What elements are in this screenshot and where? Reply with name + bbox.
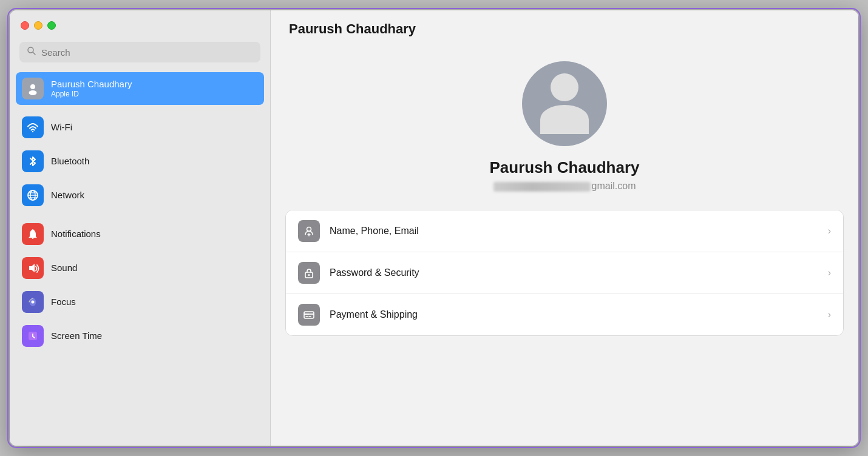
search-icon (27, 46, 36, 58)
sidebar-item-wifi[interactable]: Wi-Fi (16, 111, 264, 144)
sidebar-item-bluetooth[interactable]: Bluetooth (16, 145, 264, 178)
sidebar-item-notifications[interactable]: Notifications (16, 218, 264, 250)
profile-name: Paurush Chaudhary (51, 79, 132, 90)
minimize-button[interactable] (34, 21, 42, 30)
sidebar-bluetooth-label: Bluetooth (51, 156, 89, 167)
sidebar-item-focus[interactable]: Focus (16, 286, 264, 318)
settings-row-password-security[interactable]: Password & Security › (286, 252, 843, 294)
main-content: Paurush Chaudhary Paurush Chaudhary gmai… (271, 10, 858, 446)
sidebar: Paurush Chaudhary Apple ID Wi-Fi (10, 10, 271, 446)
sidebar-wifi-label: Wi-Fi (51, 122, 72, 133)
svg-line-1 (33, 52, 35, 55)
settings-list: Name, Phone, Email › Password & Security… (285, 210, 844, 336)
chevron-payment-shipping: › (828, 309, 831, 320)
email-suffix: gmail.com (592, 181, 636, 191)
sidebar-item-network[interactable]: Network (16, 179, 264, 212)
sidebar-sound-label: Sound (51, 263, 77, 273)
search-input[interactable] (41, 47, 253, 58)
settings-row-payment-shipping[interactable]: Payment & Shipping › (286, 294, 843, 335)
close-button[interactable] (21, 21, 29, 30)
page-title: Paurush Chaudhary (289, 21, 416, 36)
password-security-label: Password & Security (330, 267, 828, 278)
avatar-person (540, 73, 589, 134)
profile-sublabel: Apple ID (51, 90, 132, 98)
svg-point-17 (308, 274, 310, 276)
sound-icon (22, 257, 44, 279)
sidebar-screentime-label: Screen Time (51, 330, 102, 341)
svg-point-2 (30, 84, 35, 89)
sidebar-item-sound[interactable]: Sound (16, 252, 264, 284)
sidebar-network-label: Network (51, 190, 84, 201)
name-phone-email-label: Name, Phone, Email (330, 226, 828, 236)
svg-marker-10 (29, 264, 35, 272)
svg-point-3 (29, 90, 37, 95)
payment-shipping-label: Payment & Shipping (330, 309, 828, 320)
traffic-lights (10, 10, 270, 37)
sidebar-focus-label: Focus (51, 297, 76, 307)
profile-email: gmail.com (493, 181, 636, 192)
sidebar-item-profile[interactable]: Paurush Chaudhary Apple ID (16, 72, 264, 105)
payment-shipping-icon (298, 304, 320, 326)
profile-avatar-icon (22, 78, 44, 99)
email-blur (493, 182, 591, 192)
avatar-body (540, 105, 589, 134)
svg-rect-18 (304, 312, 314, 318)
wifi-icon (22, 116, 44, 138)
profile-section: Paurush Chaudhary gmail.com (489, 61, 639, 192)
focus-icon (22, 291, 44, 313)
maximize-button[interactable] (47, 21, 56, 30)
svg-point-11 (32, 301, 35, 304)
screentime-icon (22, 325, 44, 347)
main-header: Paurush Chaudhary (271, 10, 858, 37)
password-security-icon (298, 262, 320, 284)
avatar (522, 61, 607, 146)
search-bar[interactable] (19, 42, 260, 62)
settings-row-name-phone-email[interactable]: Name, Phone, Email › (286, 210, 843, 252)
chevron-name-phone-email: › (828, 226, 831, 236)
sidebar-item-screentime[interactable]: Screen Time (16, 320, 264, 352)
notifications-icon (22, 223, 44, 245)
sidebar-list: Paurush Chaudhary Apple ID Wi-Fi (10, 72, 270, 446)
sidebar-notifications-label: Notifications (51, 229, 101, 240)
svg-point-4 (32, 131, 33, 132)
system-preferences-window: Paurush Chaudhary Apple ID Wi-Fi (9, 10, 859, 446)
avatar-head (551, 73, 578, 101)
name-phone-email-icon (298, 220, 320, 242)
network-icon (22, 184, 44, 206)
profile-display-name: Paurush Chaudhary (489, 158, 639, 177)
bluetooth-icon (22, 150, 44, 172)
chevron-password-security: › (828, 267, 831, 278)
